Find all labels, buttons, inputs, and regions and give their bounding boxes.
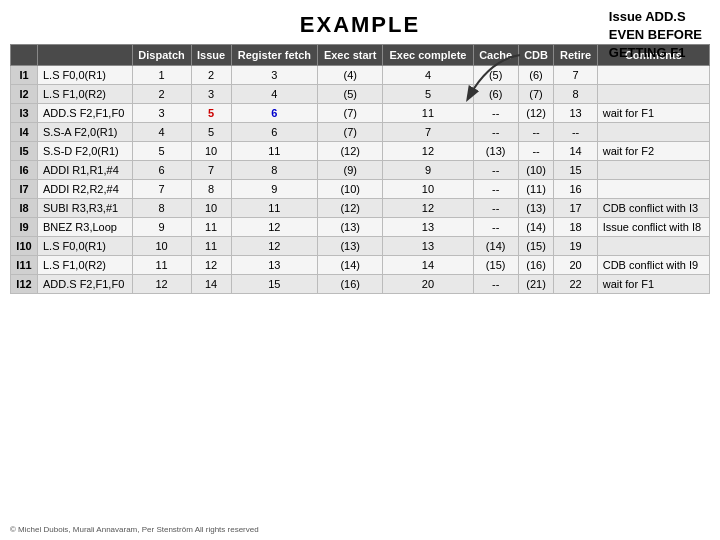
annotation-line1: Issue ADD.S	[609, 9, 686, 24]
table-row: I2L.S F1,0(R2)234(5)5(6)(7)8	[11, 85, 710, 104]
annotation-line2: EVEN BEFORE	[609, 27, 702, 42]
annotation-arrow	[460, 50, 560, 110]
table-row: I11L.S F1,0(R2)111213(14)14(15)(16)20CDB…	[11, 256, 710, 275]
col-header-regfetch: Register fetch	[231, 45, 317, 66]
table-row: I7ADDI R2,R2,#4789(10)10--(11)16	[11, 180, 710, 199]
table-header-row: Dispatch Issue Register fetch Exec start…	[11, 45, 710, 66]
col-header-issue: Issue	[191, 45, 231, 66]
main-table: Dispatch Issue Register fetch Exec start…	[10, 44, 710, 294]
table-row: I4S.S-A F2,0(R1)456(7)7------	[11, 123, 710, 142]
table-row: I8SUBI R3,R3,#181011(12)12--(13)17CDB co…	[11, 199, 710, 218]
col-header-id	[11, 45, 38, 66]
col-header-dispatch: Dispatch	[132, 45, 191, 66]
table-row: I6ADDI R1,R1,#4678(9)9--(10)15	[11, 161, 710, 180]
table-row: I9BNEZ R3,Loop91112(13)13--(14)18Issue c…	[11, 218, 710, 237]
annotation-box: Issue ADD.S EVEN BEFORE GETTING F1	[609, 8, 702, 63]
col-header-execstart: Exec start	[318, 45, 383, 66]
annotation-line3: GETTING F1	[609, 45, 686, 60]
table-row: I1L.S F0,0(R1)123(4)4(5)(6)7	[11, 66, 710, 85]
table-row: I12ADD.S F2,F1,F0121415(16)20--(21)22wai…	[11, 275, 710, 294]
table-row: I3ADD.S F2,F1,F0356(7)11--(12)13wait for…	[11, 104, 710, 123]
table-row: I10L.S F0,0(R1)101112(13)13(14)(15)19	[11, 237, 710, 256]
table-row: I5S.S-D F2,0(R1)51011(12)12(13)--14wait …	[11, 142, 710, 161]
footer-text: © Michel Dubois, Murali Annavaram, Per S…	[10, 525, 259, 534]
col-header-instruction	[37, 45, 132, 66]
col-header-retire: Retire	[554, 45, 597, 66]
